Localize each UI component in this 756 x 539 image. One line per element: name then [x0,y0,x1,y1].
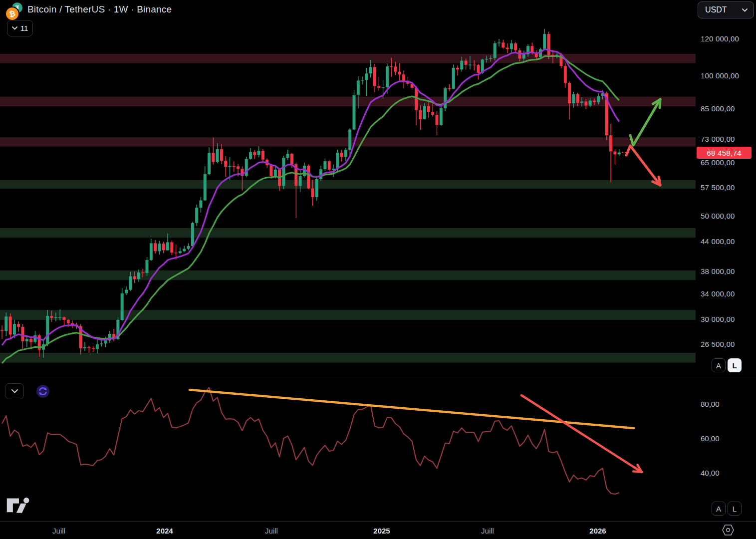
rsi-breakdown-arrow[interactable] [521,395,642,472]
candle-body [584,101,587,105]
candle-body [311,189,314,197]
candle-body [365,73,368,80]
candle-body [282,158,285,186]
candle-body [162,244,165,250]
candle-body [237,166,240,169]
candle-body [13,324,16,334]
candle-body [498,42,501,43]
auto-scale-button[interactable]: A [712,358,726,372]
candle-body [146,260,149,273]
candle-body [216,149,219,162]
bearish-scenario-arrow-head [659,177,660,185]
support-zone [0,180,696,189]
auto-scale-button[interactable]: A [712,502,726,516]
log-scale-button[interactable]: L [728,502,742,516]
candle-body [158,244,161,251]
indicators-collapse-button[interactable]: 11 [7,20,33,36]
refresh-icon[interactable] [36,384,50,398]
candle-body [494,43,497,58]
candle-body [402,74,405,81]
candle-body [199,201,202,208]
candle-body [303,166,306,176]
price-tick-label: 50 000,00 [701,212,735,220]
time-tick-year[interactable]: 2025 [373,527,390,535]
rsi-tick-label: 40,00 [701,469,720,477]
price-tick-label: 38 000,00 [701,267,735,275]
candle-body [141,272,144,273]
candle-body [229,166,232,167]
candle-body [100,343,103,344]
currency-selector-value: USDT [705,5,727,14]
rsi-line [2,388,619,494]
symbol-title[interactable]: Bitcoin / TetherUS · 1W · Binance [27,4,172,15]
candle-body [175,253,178,253]
price-pane[interactable] [0,29,696,363]
candle-body [593,100,596,102]
chart-canvas[interactable]: 120 000,00100 000,0085 000,0073 000,0065… [0,0,756,539]
bearish-scenario-arrow[interactable] [626,146,660,185]
time-tick-year[interactable]: 2026 [589,527,606,535]
candle-body [83,347,86,348]
candle-body [564,66,567,83]
candle-body [514,43,517,50]
rsi-trendline[interactable] [190,390,634,428]
candle-body [9,316,12,334]
candle-body [204,174,207,201]
candle-body [253,152,256,155]
price-tick-label: 57 500,00 [701,183,735,192]
candle-body [315,179,318,197]
hexagon-eye-icon[interactable] [722,524,735,536]
candle-body [166,242,169,250]
currency-selector[interactable]: USDT [698,1,754,18]
candle-body [179,251,182,253]
time-tick-month[interactable]: Juill [265,527,278,535]
candle-body [369,67,372,74]
candle-body [340,153,343,157]
candle-body [129,276,132,290]
log-scale-button[interactable]: L [728,358,742,372]
indicator-pane-collapse-button[interactable] [5,383,24,399]
candle-body [187,246,190,249]
candle-body [543,34,546,49]
rsi-tick-label: 80,00 [701,400,720,408]
time-tick-month[interactable]: Juill [52,527,65,535]
candle-body [609,135,612,151]
indicator-count-label: 11 [20,24,28,32]
symbol-logo: ₮ ₿ [4,2,24,20]
rsi-pane[interactable] [2,388,642,494]
candle-body [67,320,70,323]
candle-body [460,61,463,70]
candle-body [25,339,28,341]
candle-body [96,344,99,349]
candle-body [477,65,480,73]
candle-body [613,151,616,154]
candle-body [29,339,32,342]
chevron-down-icon [11,389,18,393]
candle-body [398,72,401,75]
candle-body [46,316,49,344]
candle-body [121,293,124,320]
time-tick-month[interactable]: Juill [481,527,494,535]
time-tick-year[interactable]: 2024 [156,527,173,535]
candle-body [58,317,61,318]
candle-body [233,166,236,167]
candle-body [307,166,310,188]
candle-body [597,96,600,102]
candle-body [465,61,468,65]
candle-body [576,94,579,103]
candle-body [572,94,575,103]
candle-body [0,330,3,331]
candle-body [323,161,326,169]
support-zone [0,228,696,238]
price-tick-label: 26 500,00 [701,340,735,348]
rsi-tick-label: 60,00 [701,434,720,443]
candle-body [270,165,273,176]
candle-body [50,316,53,318]
candle-body [290,154,293,164]
candle-body [183,249,186,252]
candle-body [547,34,550,55]
last-price-badge: 68 458,74 [697,147,752,159]
candle-body [448,88,451,89]
candle-body [4,316,7,331]
candle-body [419,110,422,119]
